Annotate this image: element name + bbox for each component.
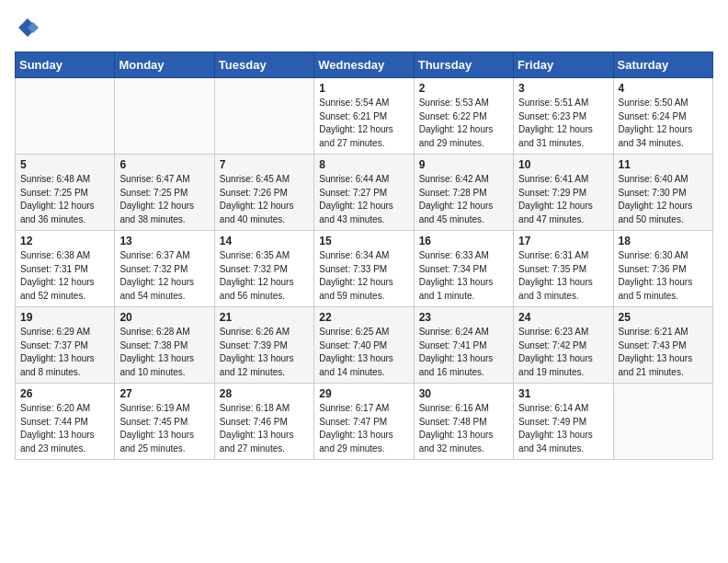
calendar-cell <box>214 78 313 155</box>
calendar-cell: 13Sunrise: 6:37 AM Sunset: 7:32 PM Dayli… <box>115 231 214 307</box>
day-number: 21 <box>220 311 309 324</box>
day-info: Sunrise: 6:20 AM Sunset: 7:44 PM Dayligh… <box>20 402 109 455</box>
calendar-cell: 28Sunrise: 6:18 AM Sunset: 7:46 PM Dayli… <box>214 384 313 460</box>
day-number: 3 <box>518 82 608 95</box>
calendar-cell: 4Sunrise: 5:50 AM Sunset: 6:24 PM Daylig… <box>613 78 712 155</box>
day-info: Sunrise: 6:26 AM Sunset: 7:39 PM Dayligh… <box>220 326 309 379</box>
day-number: 28 <box>220 387 309 400</box>
day-number: 31 <box>518 387 608 400</box>
calendar-cell <box>16 78 115 155</box>
logo-icon <box>15 15 40 40</box>
day-info: Sunrise: 6:19 AM Sunset: 7:45 PM Dayligh… <box>119 402 209 455</box>
day-info: Sunrise: 6:29 AM Sunset: 7:37 PM Dayligh… <box>20 326 109 379</box>
calendar-cell: 26Sunrise: 6:20 AM Sunset: 7:44 PM Dayli… <box>16 384 115 460</box>
day-number: 1 <box>319 82 408 95</box>
day-number: 12 <box>20 235 109 247</box>
calendar-table: SundayMondayTuesdayWednesdayThursdayFrid… <box>15 52 713 460</box>
page-header <box>15 15 713 40</box>
day-info: Sunrise: 6:35 AM Sunset: 7:32 PM Dayligh… <box>220 249 309 303</box>
day-info: Sunrise: 5:51 AM Sunset: 6:23 PM Dayligh… <box>518 97 608 150</box>
calendar-cell: 11Sunrise: 6:40 AM Sunset: 7:30 PM Dayli… <box>613 155 712 231</box>
day-number: 9 <box>419 158 508 171</box>
day-info: Sunrise: 6:23 AM Sunset: 7:42 PM Dayligh… <box>518 326 608 379</box>
day-number: 17 <box>518 235 608 247</box>
week-row-4: 19Sunrise: 6:29 AM Sunset: 7:37 PM Dayli… <box>16 307 713 384</box>
day-number: 19 <box>20 311 109 324</box>
calendar-cell: 14Sunrise: 6:35 AM Sunset: 7:32 PM Dayli… <box>214 231 313 307</box>
day-info: Sunrise: 6:21 AM Sunset: 7:43 PM Dayligh… <box>619 326 708 379</box>
day-info: Sunrise: 6:18 AM Sunset: 7:46 PM Dayligh… <box>220 402 309 455</box>
calendar-cell: 20Sunrise: 6:28 AM Sunset: 7:38 PM Dayli… <box>115 307 214 384</box>
week-row-1: 1Sunrise: 5:54 AM Sunset: 6:21 PM Daylig… <box>16 78 713 155</box>
day-info: Sunrise: 6:33 AM Sunset: 7:34 PM Dayligh… <box>419 249 508 303</box>
day-number: 20 <box>119 311 209 324</box>
header-day-thursday: Thursday <box>414 52 513 78</box>
day-number: 29 <box>319 387 408 400</box>
day-number: 18 <box>619 235 708 247</box>
day-info: Sunrise: 6:16 AM Sunset: 7:48 PM Dayligh… <box>419 402 508 455</box>
day-number: 14 <box>220 235 309 247</box>
week-row-5: 26Sunrise: 6:20 AM Sunset: 7:44 PM Dayli… <box>16 384 713 460</box>
day-info: Sunrise: 6:40 AM Sunset: 7:30 PM Dayligh… <box>619 173 708 226</box>
day-info: Sunrise: 6:24 AM Sunset: 7:41 PM Dayligh… <box>419 326 508 379</box>
day-info: Sunrise: 6:28 AM Sunset: 7:38 PM Dayligh… <box>119 326 209 379</box>
day-info: Sunrise: 6:25 AM Sunset: 7:40 PM Dayligh… <box>319 326 408 379</box>
calendar-cell: 31Sunrise: 6:14 AM Sunset: 7:49 PM Dayli… <box>514 384 613 460</box>
calendar-cell: 30Sunrise: 6:16 AM Sunset: 7:48 PM Dayli… <box>414 384 513 460</box>
calendar-cell: 29Sunrise: 6:17 AM Sunset: 7:47 PM Dayli… <box>314 384 414 460</box>
day-number: 2 <box>419 82 508 95</box>
day-info: Sunrise: 6:41 AM Sunset: 7:29 PM Dayligh… <box>518 173 608 226</box>
calendar-cell: 5Sunrise: 6:48 AM Sunset: 7:25 PM Daylig… <box>16 155 115 231</box>
calendar-cell: 16Sunrise: 6:33 AM Sunset: 7:34 PM Dayli… <box>414 231 513 307</box>
calendar-cell: 19Sunrise: 6:29 AM Sunset: 7:37 PM Dayli… <box>16 307 115 384</box>
day-number: 25 <box>619 311 708 324</box>
calendar-cell: 24Sunrise: 6:23 AM Sunset: 7:42 PM Dayli… <box>514 307 613 384</box>
header-day-saturday: Saturday <box>613 52 712 78</box>
day-info: Sunrise: 6:45 AM Sunset: 7:26 PM Dayligh… <box>220 173 309 226</box>
logo <box>15 15 44 40</box>
calendar-cell: 12Sunrise: 6:38 AM Sunset: 7:31 PM Dayli… <box>16 231 115 307</box>
day-info: Sunrise: 6:30 AM Sunset: 7:36 PM Dayligh… <box>619 249 708 303</box>
week-row-2: 5Sunrise: 6:48 AM Sunset: 7:25 PM Daylig… <box>16 155 713 231</box>
day-number: 7 <box>220 158 309 171</box>
day-number: 6 <box>119 158 209 171</box>
header-day-tuesday: Tuesday <box>214 52 313 78</box>
day-info: Sunrise: 6:48 AM Sunset: 7:25 PM Dayligh… <box>20 173 109 226</box>
day-number: 27 <box>119 387 209 400</box>
header-day-sunday: Sunday <box>16 52 115 78</box>
day-number: 13 <box>119 235 209 247</box>
day-info: Sunrise: 6:17 AM Sunset: 7:47 PM Dayligh… <box>319 402 408 455</box>
calendar-cell: 15Sunrise: 6:34 AM Sunset: 7:33 PM Dayli… <box>314 231 414 307</box>
calendar-cell: 27Sunrise: 6:19 AM Sunset: 7:45 PM Dayli… <box>115 384 214 460</box>
calendar-cell: 3Sunrise: 5:51 AM Sunset: 6:23 PM Daylig… <box>514 78 613 155</box>
day-info: Sunrise: 6:14 AM Sunset: 7:49 PM Dayligh… <box>518 402 608 455</box>
header-row: SundayMondayTuesdayWednesdayThursdayFrid… <box>16 52 713 78</box>
header-day-friday: Friday <box>514 52 613 78</box>
calendar-cell <box>613 384 712 460</box>
day-number: 15 <box>319 235 408 247</box>
day-number: 4 <box>619 82 708 95</box>
day-info: Sunrise: 6:38 AM Sunset: 7:31 PM Dayligh… <box>20 249 109 303</box>
week-row-3: 12Sunrise: 6:38 AM Sunset: 7:31 PM Dayli… <box>16 231 713 307</box>
day-info: Sunrise: 5:53 AM Sunset: 6:22 PM Dayligh… <box>419 97 508 150</box>
day-info: Sunrise: 6:31 AM Sunset: 7:35 PM Dayligh… <box>518 249 608 303</box>
calendar-cell: 18Sunrise: 6:30 AM Sunset: 7:36 PM Dayli… <box>613 231 712 307</box>
day-number: 5 <box>20 158 109 171</box>
calendar-cell: 25Sunrise: 6:21 AM Sunset: 7:43 PM Dayli… <box>613 307 712 384</box>
day-number: 22 <box>319 311 408 324</box>
day-info: Sunrise: 6:44 AM Sunset: 7:27 PM Dayligh… <box>319 173 408 226</box>
calendar-cell: 7Sunrise: 6:45 AM Sunset: 7:26 PM Daylig… <box>214 155 313 231</box>
day-number: 16 <box>419 235 508 247</box>
day-info: Sunrise: 5:54 AM Sunset: 6:21 PM Dayligh… <box>319 97 408 150</box>
calendar-cell: 6Sunrise: 6:47 AM Sunset: 7:25 PM Daylig… <box>115 155 214 231</box>
day-info: Sunrise: 6:34 AM Sunset: 7:33 PM Dayligh… <box>319 249 408 303</box>
calendar-cell: 1Sunrise: 5:54 AM Sunset: 6:21 PM Daylig… <box>314 78 414 155</box>
calendar-cell: 8Sunrise: 6:44 AM Sunset: 7:27 PM Daylig… <box>314 155 414 231</box>
day-number: 26 <box>20 387 109 400</box>
day-number: 23 <box>419 311 508 324</box>
day-number: 30 <box>419 387 508 400</box>
header-day-monday: Monday <box>115 52 214 78</box>
day-info: Sunrise: 6:47 AM Sunset: 7:25 PM Dayligh… <box>119 173 209 226</box>
calendar-cell: 23Sunrise: 6:24 AM Sunset: 7:41 PM Dayli… <box>414 307 513 384</box>
header-day-wednesday: Wednesday <box>314 52 414 78</box>
